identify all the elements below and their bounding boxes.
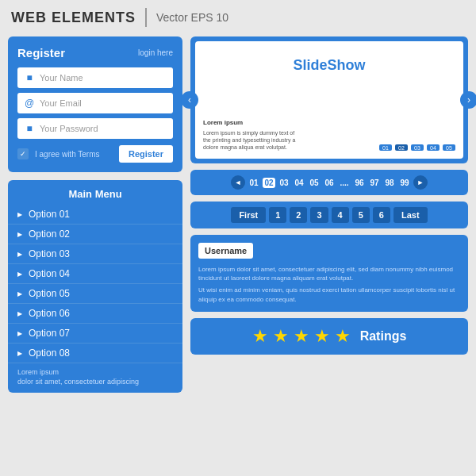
login-link[interactable]: login here — [138, 48, 173, 57]
right-column: ‹ SlideShow Lorem ipsum Lorem ipsum is s… — [190, 36, 468, 393]
user-text-1: Lorem ipsum dolor sit amet, consectetuer… — [198, 265, 460, 282]
menu-footer: Lorem ipsumdolor sit amet, consectetuer … — [8, 363, 182, 390]
pagination-next[interactable]: ► — [413, 175, 428, 190]
user-icon: ■ — [24, 72, 35, 83]
dot-3[interactable]: 03 — [411, 144, 424, 151]
arrow-icon-5: ▶ — [17, 290, 22, 298]
page2-num-6[interactable]: 6 — [373, 207, 390, 223]
page-ellipsis: .... — [338, 178, 351, 188]
menu-item-8[interactable]: ▶ Option 08 — [8, 344, 182, 363]
arrow-icon-1: ▶ — [17, 211, 22, 218]
slideshow-dots: 01 02 03 04 05 — [379, 144, 455, 151]
pagination-bar: ◄ 01 02 03 04 05 06 .... 96 97 98 99 ► — [190, 170, 468, 195]
page-num-98[interactable]: 98 — [383, 178, 396, 188]
menu-title: Main Menu — [8, 188, 182, 200]
email-field[interactable]: @ Your Email — [17, 93, 173, 113]
menu-label-1: Option 01 — [29, 209, 70, 220]
page-num-01[interactable]: 01 — [248, 178, 260, 188]
menu-label-2: Option 02 — [29, 228, 70, 240]
menu-label-7: Option 07 — [29, 328, 70, 339]
left-column: Register login here ■ Your Name @ Your E… — [8, 36, 182, 393]
slideshow-title: SlideShow — [203, 57, 455, 74]
page-num-04[interactable]: 04 — [293, 178, 305, 188]
page2-num-3[interactable]: 3 — [310, 207, 328, 223]
register-box: Register login here ■ Your Name @ Your E… — [8, 36, 182, 172]
header-divider — [145, 8, 147, 27]
menu-label-6: Option 06 — [29, 308, 70, 319]
first-button[interactable]: First — [231, 207, 266, 223]
agree-text: I agree with Terms — [35, 150, 113, 159]
page-num-02[interactable]: 02 — [263, 178, 275, 188]
name-label: Your Name — [40, 73, 83, 83]
slideshow-box: ‹ SlideShow Lorem ipsum Lorem ipsum is s… — [190, 36, 468, 163]
page2-num-2[interactable]: 2 — [290, 207, 307, 223]
menu-item-2[interactable]: ▶ Option 02 — [8, 225, 182, 244]
register-button[interactable]: Register — [119, 145, 173, 163]
dot-5[interactable]: 05 — [443, 144, 455, 151]
menu-label-3: Option 03 — [29, 248, 70, 259]
lock-icon: ■ — [24, 123, 35, 134]
arrow-icon-7: ▶ — [17, 330, 22, 337]
email-label: Your Email — [40, 98, 82, 108]
page-num-97[interactable]: 97 — [368, 178, 381, 188]
arrow-icon-6: ▶ — [17, 310, 22, 317]
slideshow-next-button[interactable]: › — [460, 91, 476, 109]
name-field[interactable]: ■ Your Name — [17, 67, 173, 88]
ratings-box: ★ ★ ★ ★ ★ Ratings — [190, 318, 468, 355]
star-2[interactable]: ★ — [273, 326, 289, 347]
page-num-96[interactable]: 96 — [353, 178, 366, 188]
slideshow-prev-button[interactable]: ‹ — [181, 91, 198, 109]
arrow-icon-3: ▶ — [17, 251, 22, 258]
user-card: Username Lorem ipsum dolor sit amet, con… — [190, 235, 468, 312]
menu-item-1[interactable]: ▶ Option 01 — [8, 205, 182, 225]
slideshow-inner: ‹ SlideShow Lorem ipsum Lorem ipsum is s… — [195, 41, 463, 159]
arrow-icon-4: ▶ — [17, 271, 22, 278]
page-num-05[interactable]: 05 — [308, 178, 321, 188]
page-num-03[interactable]: 03 — [278, 178, 290, 188]
user-text-2: Ut wisi enim ad minim veniam, quis nostr… — [198, 286, 460, 303]
ratings-label: Ratings — [360, 329, 407, 344]
menu-item-7[interactable]: ▶ Option 07 — [8, 324, 182, 344]
page2-num-1[interactable]: 1 — [269, 207, 286, 223]
dot-1[interactable]: 01 — [379, 144, 392, 151]
page2-num-5[interactable]: 5 — [352, 207, 370, 223]
page-num-06[interactable]: 06 — [323, 178, 336, 188]
menu-item-3[interactable]: ▶ Option 03 — [8, 244, 182, 264]
pagination2-bar: First 1 2 3 4 5 6 Last — [190, 202, 468, 228]
star-3[interactable]: ★ — [294, 326, 309, 347]
menu-label-4: Option 04 — [29, 268, 70, 279]
email-icon: @ — [24, 98, 35, 109]
menu-label-8: Option 08 — [29, 347, 70, 359]
menu-item-5[interactable]: ▶ Option 05 — [8, 284, 182, 304]
page-title: WEB ELEMENTS — [11, 10, 136, 26]
menu-item-6[interactable]: ▶ Option 06 — [8, 304, 182, 324]
header-subtitle: Vector EPS 10 — [156, 11, 228, 24]
username-field[interactable]: Username — [198, 243, 253, 259]
arrow-icon-2: ▶ — [17, 231, 22, 238]
main-menu: Main Menu ▶ Option 01 ▶ Option 02 ▶ Opti… — [8, 180, 182, 393]
slideshow-description: Lorem ipsum Lorem ipsum is simply dummy … — [203, 119, 298, 151]
pagination-prev[interactable]: ◄ — [231, 175, 245, 190]
last-button[interactable]: Last — [393, 207, 428, 223]
star-4[interactable]: ★ — [314, 326, 330, 347]
password-label: Your Password — [40, 124, 98, 133]
password-field[interactable]: ■ Your Password — [17, 118, 173, 139]
menu-item-4[interactable]: ▶ Option 04 — [8, 264, 182, 284]
star-1[interactable]: ★ — [252, 326, 268, 347]
dot-4[interactable]: 04 — [427, 144, 440, 151]
dot-2[interactable]: 02 — [395, 144, 408, 151]
menu-label-5: Option 05 — [29, 288, 70, 299]
register-title: Register — [17, 46, 65, 60]
star-5[interactable]: ★ — [335, 326, 351, 347]
agree-checkbox[interactable] — [17, 148, 29, 159]
page2-num-4[interactable]: 4 — [332, 207, 349, 223]
arrow-icon-8: ▶ — [17, 350, 22, 357]
page-num-99[interactable]: 99 — [398, 178, 411, 188]
